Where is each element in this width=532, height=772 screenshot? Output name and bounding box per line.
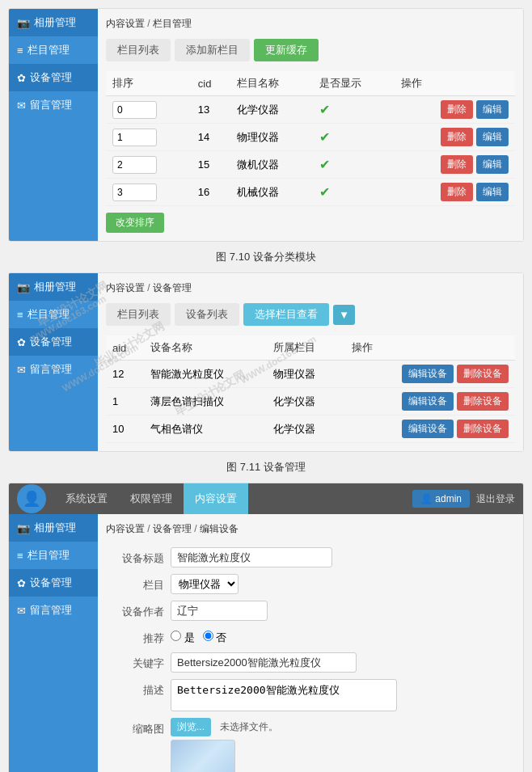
category-select-3[interactable]: 物理仪器 化学仪器 微机仪器 机械仪器 xyxy=(171,574,239,594)
tab-device-list-2[interactable]: 设备列表 xyxy=(175,303,239,326)
visible-check-2: ✔ xyxy=(319,158,330,171)
delete-device-btn-1[interactable]: 删除设备 xyxy=(457,392,509,411)
th-visible-1: 是否显示 xyxy=(313,71,395,96)
messages-icon-3: ✉ xyxy=(17,605,26,617)
table-row: 12 智能激光粒度仪 物理仪器 编辑设备删除设备 xyxy=(106,361,515,388)
order-input-2[interactable] xyxy=(112,156,157,174)
album-icon-2: 📷 xyxy=(17,281,30,293)
sidebar-item-columns-2[interactable]: ≡ 栏目管理 xyxy=(9,301,98,328)
table-row: 14 物理仪器 ✔ 删除编辑 xyxy=(106,124,515,151)
tab-select-column-2[interactable]: 选择栏目查看 xyxy=(243,303,329,326)
file-label-3: 未选择文件。 xyxy=(220,720,278,734)
order-input-3[interactable] xyxy=(112,184,157,201)
thumbnail-preview-3 xyxy=(171,740,235,772)
radio-yes[interactable] xyxy=(171,631,181,641)
edit-btn-0[interactable]: 编辑 xyxy=(476,100,509,119)
browse-button-3[interactable]: 浏览... xyxy=(171,718,211,736)
sidebar-item-columns-1[interactable]: ≡ 栏目管理 xyxy=(9,36,98,64)
breadcrumb-1: 内容设置 / 栏目管理 xyxy=(106,17,515,31)
devices-icon-1: ✿ xyxy=(17,72,26,84)
tab-column-list-2[interactable]: 栏目列表 xyxy=(106,303,171,326)
delete-btn-1[interactable]: 删除 xyxy=(441,128,473,146)
sidebar-item-messages-1[interactable]: ✉ 留言管理 xyxy=(9,91,98,119)
main-content-section3: 内容设置 / 设备管理 / 编辑设备 设备标题 栏目 物理仪器 化学仪器 微机仪… xyxy=(98,514,523,772)
delete-btn-0[interactable]: 删除 xyxy=(441,100,473,119)
form-row-category: 栏目 物理仪器 化学仪器 微机仪器 机械仪器 xyxy=(106,574,515,594)
admin-badge-3[interactable]: 👤 admin xyxy=(412,490,470,508)
order-input-0[interactable] xyxy=(112,101,157,119)
sidebar-item-messages-3[interactable]: ✉ 留言管理 xyxy=(9,597,98,624)
nav-right-3: 👤 admin 退出登录 xyxy=(412,490,515,508)
label-category: 栏目 xyxy=(114,574,171,593)
nav-content-settings[interactable]: 内容设置 xyxy=(184,483,248,514)
table-row: 10 气相色谱仪 化学仪器 编辑设备删除设备 xyxy=(106,416,515,443)
radio-yes-label[interactable]: 是 xyxy=(171,631,195,645)
columns-label-2: 栏目管理 xyxy=(27,307,70,322)
th-ops-1: 操作 xyxy=(395,71,515,96)
messages-icon-1: ✉ xyxy=(17,99,26,112)
album-icon-3: 📷 xyxy=(17,522,30,534)
edit-btn-3[interactable]: 编辑 xyxy=(476,183,509,201)
author-input-3[interactable] xyxy=(171,601,268,621)
edit-btn-2[interactable]: 编辑 xyxy=(476,155,509,174)
columns-table-1: 排序 cid 栏目名称 是否显示 操作 13 化学仪器 ✔ xyxy=(106,71,515,206)
form-row-author: 设备作者 xyxy=(106,601,515,621)
label-recommend: 推荐 xyxy=(114,627,171,646)
columns-label-3: 栏目管理 xyxy=(27,548,70,563)
description-textarea-3[interactable]: Bettersize2000智能激光粒度仪 xyxy=(171,679,397,711)
edit-device-btn-2[interactable]: 编辑设备 xyxy=(402,420,454,438)
sidebar-header-2: 📷 相册管理 xyxy=(9,273,98,301)
tab-bar-2: 栏目列表 设备列表 选择栏目查看 ▼ xyxy=(106,303,515,326)
tab-update-cache-1[interactable]: 更新缓存 xyxy=(254,39,319,61)
form-row-recommend: 推荐 是 否 xyxy=(106,627,515,646)
sidebar-section2: 📷 相册管理 ≡ 栏目管理 ✿ 设备管理 ✉ 留言管理 xyxy=(9,273,98,451)
radio-no-label[interactable]: 否 xyxy=(203,631,227,645)
label-keywords: 关键字 xyxy=(114,652,171,671)
delete-btn-2[interactable]: 删除 xyxy=(441,155,473,174)
table-row: 13 化学仪器 ✔ 删除编辑 xyxy=(106,96,515,124)
columns-icon-1: ≡ xyxy=(17,44,23,57)
dropdown-arrow-2[interactable]: ▼ xyxy=(333,305,355,325)
sidebar-item-messages-2[interactable]: ✉ 留言管理 xyxy=(9,356,98,383)
edit-device-btn-1[interactable]: 编辑设备 xyxy=(402,392,454,411)
tab-add-column-1[interactable]: 添加新栏目 xyxy=(175,39,250,61)
messages-label-2: 留言管理 xyxy=(30,362,72,377)
edit-btn-1[interactable]: 编辑 xyxy=(476,128,509,146)
keywords-input-3[interactable] xyxy=(171,652,357,673)
main-content-section1: 内容设置 / 栏目管理 栏目列表 添加新栏目 更新缓存 排序 cid 栏目名称 … xyxy=(98,9,523,241)
devices-table-2: aid 设备名称 所属栏目 操作 12 智能激光粒度仪 物理仪器 编辑设备删除设… xyxy=(106,335,515,443)
nav-system-settings[interactable]: 系统设置 xyxy=(54,483,119,514)
order-input-1[interactable] xyxy=(112,129,157,146)
tab-column-list-1[interactable]: 栏目列表 xyxy=(106,39,171,61)
delete-btn-3[interactable]: 删除 xyxy=(441,183,473,201)
reorder-button-1[interactable]: 改变排序 xyxy=(106,213,164,233)
sidebar-item-devices-1[interactable]: ✿ 设备管理 xyxy=(9,64,98,91)
nav-permission-mgmt[interactable]: 权限管理 xyxy=(119,483,184,514)
delete-device-btn-0[interactable]: 删除设备 xyxy=(457,365,509,383)
th-ops-2: 操作 xyxy=(345,335,515,361)
devices-icon-2: ✿ xyxy=(17,336,26,348)
delete-device-btn-2[interactable]: 删除设备 xyxy=(457,420,509,438)
main-content-section2: 内容设置 / 设备管理 栏目列表 设备列表 选择栏目查看 ▼ aid 设备名称 … xyxy=(98,273,523,451)
columns-icon-2: ≡ xyxy=(17,309,23,321)
sidebar-header-label-3: 相册管理 xyxy=(34,521,76,535)
sidebar-item-columns-3[interactable]: ≡ 栏目管理 xyxy=(9,542,98,569)
radio-no[interactable] xyxy=(203,631,213,641)
columns-icon-3: ≡ xyxy=(17,550,23,562)
th-category-2: 所属栏目 xyxy=(267,335,345,361)
sidebar-item-devices-2[interactable]: ✿ 设备管理 xyxy=(9,328,98,356)
breadcrumb-3: 内容设置 / 设备管理 / 编辑设备 xyxy=(106,522,515,536)
label-author: 设备作者 xyxy=(114,601,171,619)
label-description: 描述 xyxy=(114,679,171,698)
label-thumbnail: 缩略图 xyxy=(114,718,171,736)
device-title-input[interactable] xyxy=(171,547,332,567)
devices-icon-3: ✿ xyxy=(17,577,26,589)
devices-label-3: 设备管理 xyxy=(30,576,72,590)
caption-1: 图 7.10 设备分类模块 xyxy=(0,250,532,264)
logout-button-3[interactable]: 退出登录 xyxy=(476,492,515,506)
sidebar-header-1: 📷 相册管理 xyxy=(9,9,98,36)
messages-icon-2: ✉ xyxy=(17,364,26,376)
sidebar-item-devices-3[interactable]: ✿ 设备管理 xyxy=(9,569,98,597)
edit-device-btn-0[interactable]: 编辑设备 xyxy=(402,365,454,383)
label-device-title: 设备标题 xyxy=(114,547,171,566)
